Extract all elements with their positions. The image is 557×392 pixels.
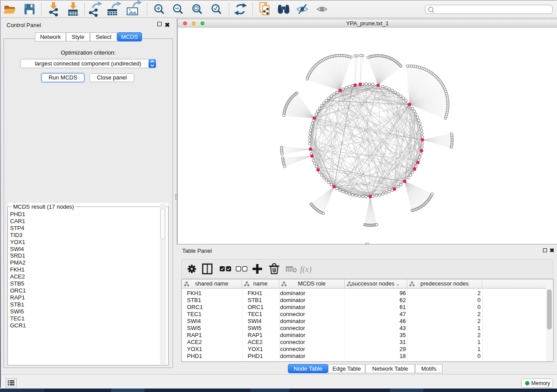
svg-text:f(x): f(x) [300,265,311,274]
